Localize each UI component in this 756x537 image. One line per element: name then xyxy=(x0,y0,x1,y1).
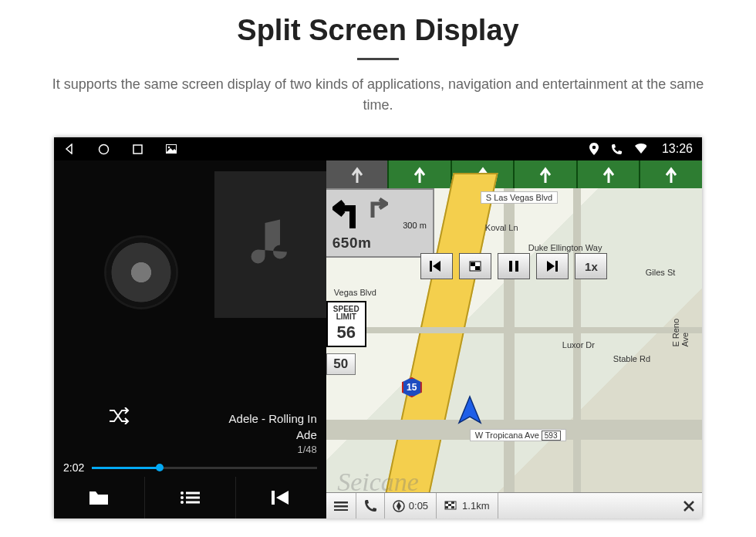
lane-straight xyxy=(389,160,452,188)
android-statusbar: 13:26 xyxy=(54,137,702,160)
info-eta: 0:05 xyxy=(385,493,437,518)
sim-prev-button[interactable] xyxy=(420,253,453,279)
info-distance: 1.1km xyxy=(437,493,498,518)
svg-rect-1 xyxy=(133,145,142,154)
lane-straight-disabled xyxy=(326,160,390,188)
info-close[interactable] xyxy=(676,493,702,518)
flag-icon xyxy=(444,501,458,512)
info-phone[interactable] xyxy=(356,493,385,518)
page-subtitle: It supports the same screen display of t… xyxy=(0,74,756,116)
turn-right-small-icon xyxy=(366,194,388,218)
svg-rect-25 xyxy=(445,502,448,504)
location-icon xyxy=(588,143,600,155)
street-luxor: Luxor Dr xyxy=(558,339,599,350)
track-title: Adele - Rolling In xyxy=(63,410,317,427)
track-metadata: Adele - Rolling In Ade 1/48 xyxy=(54,410,326,457)
home-icon[interactable] xyxy=(97,143,110,155)
svg-rect-20 xyxy=(334,502,348,504)
lane-guidance xyxy=(326,160,702,188)
previous-button[interactable] xyxy=(236,477,326,518)
page-title: Split Screen Display xyxy=(0,14,756,47)
title-underline xyxy=(357,58,399,60)
nav-info-bar: 0:05 1.1km xyxy=(326,492,702,518)
svg-rect-21 xyxy=(334,505,348,508)
svg-point-5 xyxy=(592,146,596,150)
street-s-las-vegas: S Las Vegas Blvd xyxy=(481,191,558,204)
elapsed-time: 2:02 xyxy=(63,461,84,474)
shuffle-icon[interactable] xyxy=(108,407,130,427)
current-turn-distance: 650m xyxy=(332,235,427,252)
speed-limit-sign: SPEED LIMIT 56 xyxy=(326,301,366,347)
svg-rect-17 xyxy=(509,261,512,272)
album-placeholder xyxy=(214,171,326,318)
svg-point-0 xyxy=(99,144,108,154)
svg-rect-27 xyxy=(448,504,451,506)
svg-rect-7 xyxy=(186,492,200,495)
lane-straight xyxy=(640,160,702,188)
vehicle-cursor xyxy=(454,395,485,429)
svg-rect-9 xyxy=(186,497,200,499)
svg-rect-28 xyxy=(445,506,448,508)
clock: 13:26 xyxy=(662,142,693,156)
playlist-button[interactable] xyxy=(145,477,236,518)
svg-rect-18 xyxy=(515,261,518,272)
progress-slider[interactable] xyxy=(92,467,317,469)
svg-rect-19 xyxy=(555,261,558,272)
compass-icon xyxy=(393,500,405,512)
phone-icon xyxy=(611,143,623,155)
svg-rect-16 xyxy=(475,266,480,270)
back-icon[interactable] xyxy=(63,143,76,155)
svg-point-10 xyxy=(181,501,184,504)
street-duke: Duke Ellington Way xyxy=(524,242,607,253)
svg-rect-15 xyxy=(471,262,475,266)
turn-left-icon xyxy=(332,194,362,228)
svg-rect-22 xyxy=(334,509,348,511)
sim-speed-button[interactable]: 1x xyxy=(575,253,607,279)
svg-point-4 xyxy=(168,147,170,149)
svg-point-8 xyxy=(181,496,184,499)
lane-straight xyxy=(515,160,578,188)
next-turn-distance: 300 m xyxy=(366,221,427,230)
recents-icon[interactable] xyxy=(131,143,143,155)
sim-next-button[interactable] xyxy=(536,253,569,279)
street-stable: Stable Rd xyxy=(609,353,655,364)
street-reno: E Reno Ave xyxy=(670,307,690,351)
svg-rect-13 xyxy=(430,261,432,272)
street-tropicana: W Tropicana Ave 593 xyxy=(470,429,566,441)
svg-rect-11 xyxy=(186,502,200,504)
info-menu[interactable] xyxy=(326,493,356,518)
street-koval: Koval Ln xyxy=(481,222,523,233)
track-artist: Ade xyxy=(63,427,317,443)
lane-straight xyxy=(578,160,641,188)
navigation-pane: S Las Vegas Blvd Koval Ln Duke Ellington… xyxy=(326,160,702,518)
current-speed: 50 xyxy=(326,353,356,375)
wifi-icon xyxy=(634,143,646,155)
disc-icon xyxy=(106,238,176,307)
folder-button[interactable] xyxy=(54,477,145,518)
svg-rect-29 xyxy=(451,506,454,508)
svg-rect-26 xyxy=(451,502,454,504)
track-index: 1/48 xyxy=(63,443,317,457)
music-pane: Adele - Rolling In Ade 1/48 2:02 xyxy=(54,160,326,518)
turn-panel: 300 m 650m xyxy=(326,188,434,258)
music-controls xyxy=(54,477,326,518)
svg-point-6 xyxy=(181,491,184,495)
sim-pause-button[interactable] xyxy=(498,253,530,279)
picture-icon[interactable] xyxy=(165,143,177,155)
street-vegas: Vegas Blvd xyxy=(329,287,381,298)
street-giles: Giles St xyxy=(641,267,680,278)
device-screenshot: 13:26 Adele - Rolling In Ade 1/48 2:02 xyxy=(54,137,702,518)
svg-rect-12 xyxy=(272,491,275,505)
sim-stop-button[interactable] xyxy=(459,253,491,279)
sim-playback-controls: 1x xyxy=(420,253,607,279)
